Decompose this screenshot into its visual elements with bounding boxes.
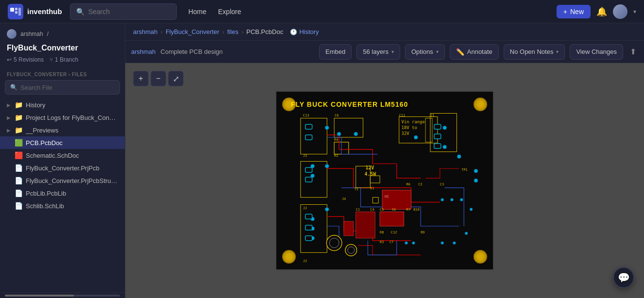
svg-text:C6: C6 (335, 114, 339, 117)
zoom-out-button[interactable]: − (151, 71, 166, 86)
svg-point-57 (311, 236, 315, 240)
chevron-icon: ▶ (7, 102, 12, 108)
folder-icon: 📁 (15, 126, 23, 134)
options-dropdown-icon: ▾ (436, 49, 439, 54)
zoom-fit-button[interactable]: ⤢ (168, 71, 184, 86)
svg-rect-9 (430, 114, 457, 152)
file-name: __Previews (26, 127, 58, 134)
upload-button[interactable]: ⬆ (628, 47, 638, 56)
file-item-pcb[interactable]: ▶ 🟩 PCB.PcbDoc (0, 136, 125, 149)
svg-text:Vin range: Vin range (402, 119, 425, 124)
file-item-pcblib[interactable]: ▶ 📄 PcbLib.PcbLib (0, 187, 125, 199)
toolbar-user[interactable]: arshmah (131, 48, 156, 55)
sidebar-search-input[interactable] (20, 84, 115, 91)
history-label: History (299, 28, 319, 35)
svg-point-48 (337, 132, 341, 136)
corner-pad-br (474, 250, 487, 264)
breadcrumb-history[interactable]: 🕐 History (290, 28, 319, 35)
svg-point-70 (465, 232, 468, 235)
user-dropdown-arrow[interactable]: ▾ (633, 8, 636, 15)
corner-pad-tr (474, 98, 487, 111)
breadcrumb-user[interactable]: arshmah (133, 28, 158, 35)
svg-text:R6: R6 (407, 182, 410, 186)
sidebar-search[interactable]: 🔍 (5, 80, 120, 95)
nav-home[interactable]: Home (188, 8, 206, 16)
svg-rect-30 (370, 176, 380, 183)
chat-button[interactable]: 💬 (613, 267, 634, 288)
svg-point-67 (470, 208, 473, 211)
svg-text:R7: R7 (407, 208, 410, 212)
embed-label: Embed (325, 48, 345, 55)
sidebar-section-label: FLYBUCK_CONVERTER › FILES (0, 68, 125, 80)
sidebar-user-avatar (7, 29, 17, 39)
embed-button[interactable]: Embed (319, 44, 352, 60)
svg-rect-6 (301, 204, 327, 252)
svg-point-71 (412, 242, 415, 245)
sidebar-scrollbar[interactable] (0, 292, 125, 298)
svg-rect-83 (305, 236, 312, 241)
file-item-history[interactable]: ▶ 📁 History (0, 99, 125, 111)
svg-point-49 (325, 126, 329, 130)
file-name: PCB.PcbDoc (26, 139, 63, 147)
zoom-controls: + − ⤢ (133, 71, 184, 86)
user-avatar[interactable] (613, 4, 627, 19)
annotate-button[interactable]: ✏️ Annotate (450, 44, 499, 60)
svg-point-65 (451, 199, 454, 201)
file-name: Schlib.SchLib (26, 202, 64, 210)
file-item-previews[interactable]: ▶ 📁 __Previews (0, 124, 125, 136)
project-file-icon: 📄 (15, 164, 23, 172)
breadcrumb-repo[interactable]: FlyBuck_Converter (166, 28, 220, 35)
logo[interactable]: inventhub (8, 4, 62, 19)
new-button[interactable]: + New (557, 5, 591, 18)
file-item-schematic[interactable]: ▶ 🟥 Schematic.SchDoc (0, 149, 125, 162)
breadcrumb-sep2: › (222, 28, 224, 35)
svg-rect-0 (10, 8, 14, 12)
pcb-file-icon: 🟩 (15, 139, 23, 147)
file-item-prjpcbstruct[interactable]: ▶ 📄 FlyBuck_Converter.PrjPcbStructu... (0, 174, 125, 187)
revisions-icon: ↩ (7, 56, 12, 63)
plus-icon: + (563, 8, 567, 16)
file-item-project-logs[interactable]: ▶ 📁 Project Logs for FlyBuck_Conver... (0, 111, 125, 124)
branches-meta[interactable]: ⑂ 1 Branch (50, 56, 78, 63)
svg-rect-8 (334, 142, 349, 154)
breadcrumb-files[interactable]: files (227, 28, 238, 35)
notes-button[interactable]: No Open Notes ▾ (504, 44, 565, 60)
file-item-schlib[interactable]: ▶ 📄 Schlib.SchLib (0, 199, 125, 212)
svg-point-66 (460, 199, 463, 201)
options-label: Options (411, 48, 433, 55)
chevron-icon: ▶ (7, 115, 12, 120)
notifications-icon[interactable]: 🔔 (596, 6, 607, 17)
svg-text:U1: U1 (385, 195, 389, 199)
svg-point-68 (441, 242, 444, 245)
notes-label: No Open Notes (510, 48, 554, 55)
view-changes-button[interactable]: View Changes (570, 44, 623, 60)
svg-text:C13: C13 (303, 114, 309, 117)
file-name: FlyBuck_Converter.PrjPcbStructu... (26, 177, 118, 184)
options-button[interactable]: Options ▾ (405, 44, 445, 60)
svg-rect-28 (356, 166, 371, 188)
svg-point-62 (474, 169, 478, 173)
svg-text:C1: C1 (356, 208, 360, 212)
pcb-canvas[interactable]: + − ⤢ FLY BUCK CONVERTER LM5160 (125, 63, 644, 298)
sidebar-header: arshmah / (0, 23, 125, 44)
file-name: PcbLib.PcbLib (26, 190, 66, 197)
lib-file-icon: 📄 (15, 189, 23, 197)
branches-count: 1 Branch (55, 56, 78, 63)
layers-button[interactable]: 56 layers ▾ (356, 44, 400, 60)
revisions-count: 5 Revisions (14, 56, 44, 63)
svg-rect-4 (301, 118, 327, 154)
zoom-in-button[interactable]: + (133, 71, 149, 86)
svg-point-53 (311, 174, 315, 178)
revisions-meta[interactable]: ↩ 5 Revisions (7, 56, 44, 63)
svg-point-73 (326, 235, 342, 251)
schlib-file-icon: 📄 (15, 202, 23, 210)
file-item-prjpcb[interactable]: ▶ 📄 FlyBuck_Converter.PrjPcb (0, 162, 125, 174)
topnav-right: + New 🔔 ▾ (557, 4, 636, 19)
search-bar[interactable]: 🔍 Search (70, 3, 177, 20)
logo-icon (8, 4, 23, 19)
svg-text:4.5W: 4.5W (364, 171, 376, 177)
sidebar-meta: ↩ 5 Revisions ⑂ 1 Branch (0, 56, 125, 68)
nav-explore[interactable]: Explore (218, 8, 241, 16)
breadcrumb-file: PCB.PcbDoc (246, 28, 283, 35)
file-name: History (26, 101, 45, 109)
